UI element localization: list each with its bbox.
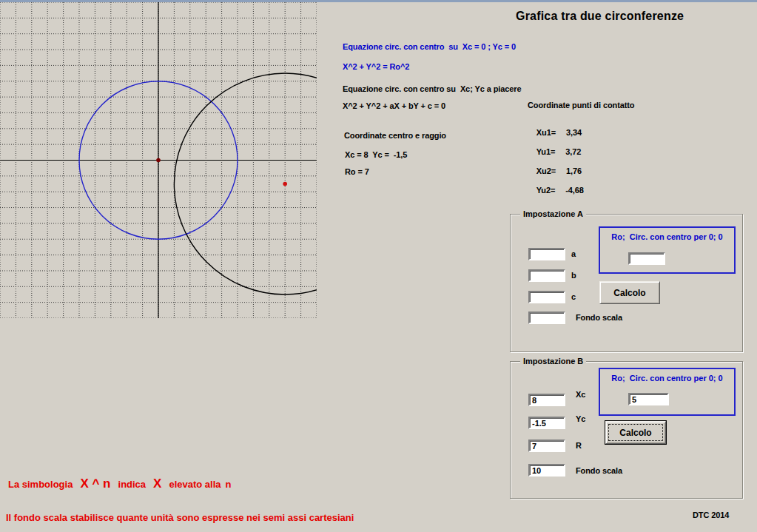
ro-box-b-title: Ro; Circ. con centro per 0; 0 [600, 374, 734, 383]
center-coords: Xc = 8 Yc = -1,5 [345, 150, 407, 159]
label-yc: Yc [576, 414, 585, 423]
equation-origin-header: Equazione circ. con centro su Xc = 0 ; Y… [343, 42, 516, 51]
label-fondo-scala-a: Fondo scala [576, 313, 622, 322]
center-info-header: Coordinate centro e raggio [344, 131, 446, 140]
panel-impostazione-a: Impostazione A a b c Fondo scala Ro; Cir… [510, 214, 743, 352]
contact-value: 1,76 [566, 166, 582, 175]
center-radius: Ro = 7 [345, 167, 369, 176]
label-fondo-scala-b: Fondo scala [576, 466, 622, 475]
label-xc: Xc [576, 390, 585, 399]
note-part: n [226, 479, 232, 490]
input-yc[interactable] [528, 417, 565, 429]
app-window: Grafica tra due circonferenze Equazione … [0, 0, 757, 532]
note-part: X ^ n [80, 477, 110, 491]
note-fondo-scala: Il fondo scala stabilisce quante unità s… [6, 512, 354, 523]
graph-svg [0, 2, 317, 318]
note-part: elevato alla [169, 479, 221, 490]
input-b[interactable] [528, 269, 565, 282]
panel-a-title: Impostazione A [520, 209, 586, 218]
contact-label: Xu1= [536, 128, 556, 137]
contact-points-header: Coordinate punti di contatto [528, 101, 634, 110]
page-title: Grafica tra due circonferenze [516, 10, 684, 23]
note-symbology: La simbologiaX ^ nindicaXelevato allan [6, 477, 234, 491]
contact-value: 3,72 [565, 147, 581, 156]
note-part: La simbologia [8, 479, 73, 490]
contact-row: Yu2=-4,68 [528, 177, 584, 203]
input-fondo-scala-b[interactable] [528, 464, 565, 477]
panel-impostazione-b: Impostazione B Xc Yc R Fondo scala Ro; C… [510, 361, 743, 499]
credit-label: DTC 2014 [693, 511, 729, 519]
ro-result-box-a: Ro; Circ. con centro per 0; 0 [599, 226, 736, 274]
panel-b-title: Impostazione B [520, 357, 586, 366]
calcolo-button-a[interactable]: Calcolo [599, 281, 660, 304]
contact-value: -4,68 [565, 186, 584, 195]
graph-canvas [0, 2, 317, 318]
label-c: c [571, 292, 576, 301]
label-b: b [571, 271, 576, 280]
ro-box-a-title: Ro; Circ. con centro per 0; 0 [600, 232, 734, 241]
contact-label: Xu2= [536, 166, 556, 175]
label-a: a [571, 249, 576, 258]
input-xc[interactable] [528, 394, 565, 406]
note-part: X [153, 477, 161, 491]
contact-value: 3,34 [566, 128, 582, 137]
equation-origin-formula: X^2 + Y^2 = Ro^2 [343, 62, 409, 71]
input-fondo-scala-a[interactable] [528, 312, 565, 324]
contact-label: Yu2= [536, 186, 556, 195]
input-a[interactable] [528, 248, 565, 260]
input-c[interactable] [528, 291, 565, 303]
equation-generic-header: Equazione circ. con centro su Xc; Yc a p… [343, 84, 521, 93]
label-r: R [576, 441, 582, 450]
input-r[interactable] [528, 440, 565, 452]
ro-result-input-b[interactable] [628, 393, 669, 405]
calcolo-button-b[interactable]: Calcolo [605, 421, 666, 444]
note-part: indica [118, 479, 147, 490]
equation-generic-formula: X^2 + Y^2 + aX + bY + c = 0 [343, 101, 445, 110]
ro-result-box-b: Ro; Circ. con centro per 0; 0 [599, 368, 736, 416]
contact-label: Yu1= [536, 147, 556, 156]
ro-result-input-a[interactable] [628, 252, 665, 265]
